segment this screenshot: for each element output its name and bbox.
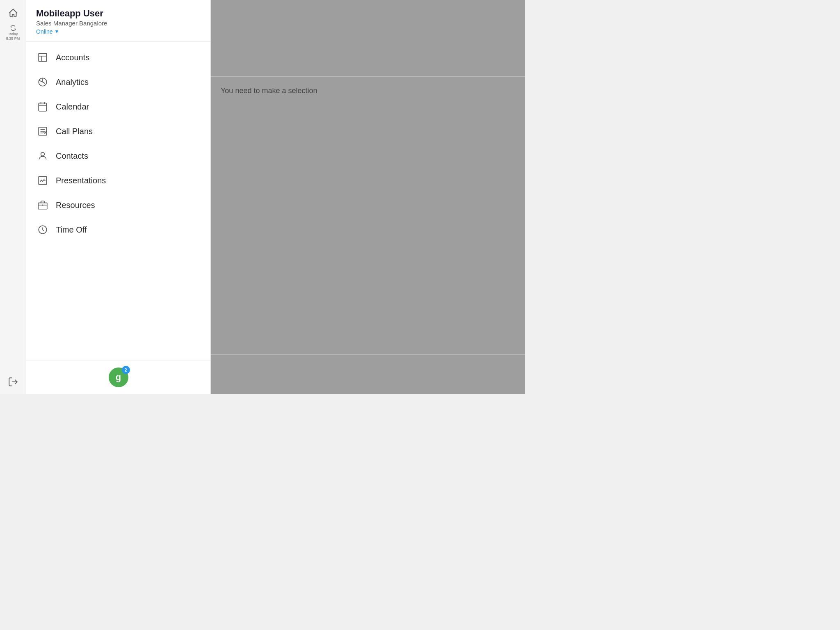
app-badge[interactable]: g 2 [109, 368, 128, 387]
call-plans-label: Call Plans [56, 127, 93, 136]
accounts-icon [36, 51, 49, 64]
svg-rect-1 [39, 53, 47, 62]
svg-rect-15 [39, 176, 47, 185]
svg-point-18 [42, 204, 43, 205]
content-bottom-panel [211, 354, 525, 394]
sidebar-item-resources[interactable]: Resources [26, 193, 210, 217]
status-section[interactable]: Online ▼ [36, 28, 201, 35]
user-name: Mobileapp User [36, 8, 201, 19]
content-top-panel [211, 0, 525, 76]
sidebar-item-accounts[interactable]: Accounts [26, 45, 210, 70]
contacts-label: Contacts [56, 151, 88, 161]
time-label: Today 8:35 PM [6, 32, 20, 41]
resources-icon [36, 199, 49, 212]
presentations-label: Presentations [56, 176, 106, 185]
main-content: You need to make a selection [211, 0, 525, 394]
logout-icon[interactable] [8, 377, 18, 387]
svg-rect-6 [39, 103, 47, 111]
time-off-icon [36, 223, 49, 236]
time-off-label: Time Off [56, 225, 87, 235]
status-text: Online [36, 28, 52, 35]
presentations-icon [36, 174, 49, 187]
analytics-icon [36, 75, 49, 89]
status-dropdown-icon: ▼ [54, 29, 59, 34]
sidebar-item-analytics[interactable]: Analytics [26, 70, 210, 94]
svg-line-5 [39, 80, 43, 82]
sidebar-item-time-off[interactable]: Time Off [26, 217, 210, 242]
accounts-label: Accounts [56, 53, 89, 62]
home-icon[interactable] [5, 5, 21, 21]
nav-list: Accounts Analytics Calendar Call Plans [26, 42, 210, 361]
contacts-icon [36, 149, 49, 162]
content-middle-panel: You need to make a selection [211, 76, 525, 354]
resources-label: Resources [56, 201, 95, 210]
sidebar-header: Mobileapp User Sales Manager Bangalore O… [26, 0, 210, 42]
user-role: Sales Manager Bangalore [36, 20, 201, 27]
calendar-label: Calendar [56, 102, 89, 112]
sidebar: Mobileapp User Sales Manager Bangalore O… [26, 0, 211, 394]
refresh-section[interactable]: Today 8:35 PM [5, 25, 21, 41]
app-badge-count: 2 [122, 366, 130, 374]
calendar-icon [36, 100, 49, 113]
call-plans-icon [36, 125, 49, 138]
sidebar-footer: g 2 [26, 361, 210, 394]
icon-rail: Today 8:35 PM [0, 0, 26, 394]
svg-point-14 [41, 152, 45, 156]
sidebar-item-presentations[interactable]: Presentations [26, 168, 210, 193]
sidebar-item-call-plans[interactable]: Call Plans [26, 119, 210, 144]
sidebar-item-calendar[interactable]: Calendar [26, 94, 210, 119]
analytics-label: Analytics [56, 78, 89, 87]
sidebar-item-contacts[interactable]: Contacts [26, 144, 210, 168]
svg-rect-16 [38, 203, 47, 209]
selection-message: You need to make a selection [221, 87, 317, 95]
